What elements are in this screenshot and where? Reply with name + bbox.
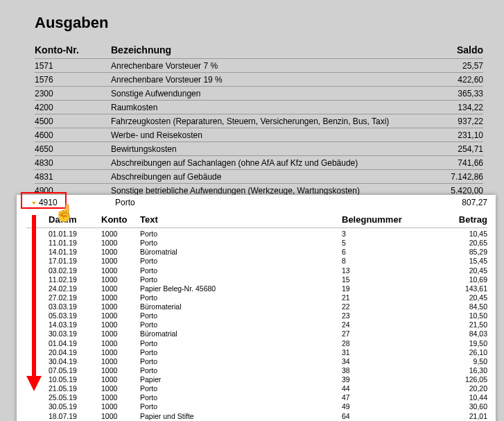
cell-datum: 18.07.19 (49, 412, 101, 421)
cell-konto: 4650 (35, 144, 111, 154)
detail-row[interactable]: 11.01.191000Porto520,65 (49, 239, 487, 248)
cell-betrag: 10,69 (439, 275, 487, 284)
cell-datum: 14.03.19 (49, 320, 101, 329)
detail-row[interactable]: 18.07.191000Papier und Stifte6421,01 (49, 412, 487, 421)
detail-row[interactable]: 20.04.191000Porto3126,10 (49, 348, 487, 357)
expand-toggle-icon[interactable]: ▼ (31, 200, 37, 206)
cell-konto: 1000 (101, 384, 140, 393)
cell-beleg: 19 (342, 284, 439, 293)
cell-konto: 1000 (101, 302, 140, 311)
detail-row[interactable]: 25.05.191000Porto4710,44 (49, 393, 487, 402)
cell-beleg: 3 (342, 230, 439, 239)
cell-betrag: 30,60 (439, 402, 487, 411)
expanded-account-row[interactable]: ☝️ ▼4910 Porto 807,27 (26, 195, 487, 212)
cell-konto: 1000 (101, 402, 140, 411)
table-row[interactable]: 2300Sonstige Aufwendungen365,33 (35, 86, 483, 100)
cell-betrag: 19,50 (439, 339, 487, 348)
cell-beleg: 22 (342, 302, 439, 311)
table-row[interactable]: 4650Bewirtungskosten254,71 (35, 141, 483, 155)
table-row[interactable]: 4500Fahrzeugkosten (Reparaturen, Steuern… (35, 114, 483, 128)
detail-row[interactable]: 14.03.191000Porto2421,50 (49, 320, 487, 329)
table-row[interactable]: 1571Anrechenbare Vorsteuer 7 %25,57 (35, 58, 483, 72)
cell-betrag: 143,61 (439, 284, 487, 293)
cell-betrag: 15,45 (439, 257, 487, 266)
header-saldo: Saldo (421, 44, 483, 55)
table-row[interactable]: 1576Anrechenbare Vorsteuer 19 %422,60 (35, 72, 483, 86)
table-row[interactable]: 4831Abschreibungen auf Gebäude7.142,86 (35, 169, 483, 183)
cell-beleg: 6 (342, 248, 439, 257)
cell-betrag: 9,50 (439, 357, 487, 366)
cell-konto: 1000 (101, 366, 140, 375)
cell-bez: Bewirtungskosten (111, 144, 421, 154)
table-row[interactable]: 4600Werbe- und Reisekosten231,10 (35, 128, 483, 141)
header-konto: Konto-Nr. (35, 44, 111, 55)
detail-row[interactable]: 01.04.191000Porto2819,50 (49, 339, 487, 348)
detail-row[interactable]: 03.02.191000Porto1320,45 (49, 266, 487, 275)
cell-bez: Werbe- und Reisekosten (111, 130, 421, 140)
expanded-account-panel: ☝️ ▼4910 Porto 807,27 Datum Konto Text B… (17, 195, 496, 421)
detail-row[interactable]: 07.05.191000Porto3816,30 (49, 366, 487, 375)
cell-beleg: 5 (342, 239, 439, 248)
cell-beleg: 8 (342, 257, 439, 266)
cell-beleg: 15 (342, 275, 439, 284)
cell-beleg: 31 (342, 348, 439, 357)
cell-text: Porto (140, 393, 342, 402)
detail-row[interactable]: 24.02.191000Papier Beleg-Nr. 4568019143,… (49, 284, 487, 293)
cell-konto: 1000 (101, 284, 140, 293)
detail-row[interactable]: 01.01.191000Porto310,45 (49, 230, 487, 239)
cell-beleg: 28 (342, 339, 439, 348)
cell-konto: 1000 (101, 348, 140, 357)
cell-saldo: 25,57 (421, 61, 483, 71)
cell-datum: 01.01.19 (49, 230, 101, 239)
cell-text: Büromaterial (140, 302, 342, 311)
cell-konto: 1000 (101, 375, 140, 384)
cell-saldo: 134,22 (421, 103, 483, 112)
expanded-account-name: Porto (115, 198, 425, 207)
cell-datum: 10.05.19 (49, 375, 101, 384)
detail-row[interactable]: 11.02.191000Porto1510,69 (49, 275, 487, 284)
detail-row[interactable]: 30.03.191000Büromatrial2784,03 (49, 329, 487, 338)
cell-datum: 30.03.19 (49, 329, 101, 338)
cell-datum: 21.05.19 (49, 384, 101, 393)
cell-saldo: 254,71 (421, 144, 483, 154)
detail-row[interactable]: 30.04.191000Porto349,50 (49, 357, 487, 366)
cell-text: Porto (140, 257, 342, 266)
detail-row[interactable]: 03.03.191000Büromaterial2284,50 (49, 302, 487, 311)
detail-row[interactable]: 14.01.191000Büromatrial685,29 (49, 248, 487, 257)
header-bez: Bezeichnung (111, 44, 421, 55)
cell-datum: 30.05.19 (49, 402, 101, 411)
cell-betrag: 21,50 (439, 320, 487, 329)
cell-beleg: 38 (342, 366, 439, 375)
table-row[interactable]: 4200Raumkosten134,22 (35, 100, 483, 114)
cell-beleg: 44 (342, 384, 439, 393)
cell-betrag: 26,10 (439, 348, 487, 357)
account-rows: 1571Anrechenbare Vorsteuer 7 %25,571576A… (35, 58, 483, 197)
cell-konto: 4600 (35, 130, 111, 140)
detail-row[interactable]: 05.03.191000Porto2310,50 (49, 311, 487, 320)
cell-konto: 1000 (101, 230, 140, 239)
cell-text: Porto (140, 402, 342, 411)
cell-konto: 4500 (35, 117, 111, 126)
cell-betrag: 84,03 (439, 329, 487, 338)
cell-konto: 1000 (101, 248, 140, 257)
cell-datum: 11.01.19 (49, 239, 101, 248)
cell-betrag: 84,50 (439, 302, 487, 311)
cell-datum: 07.05.19 (49, 366, 101, 375)
cell-text: Papier (140, 375, 342, 384)
cell-konto: 2300 (35, 89, 111, 98)
detail-row[interactable]: 17.01.191000Porto815,45 (49, 257, 487, 266)
cell-beleg: 34 (342, 357, 439, 366)
detail-row[interactable]: 21.05.191000Porto4420,20 (49, 384, 487, 393)
detail-row[interactable]: 10.05.191000Papier39126,05 (49, 375, 487, 384)
table-row[interactable]: 4830Abschreibungen auf Sachanlagen (ohne… (35, 155, 483, 169)
cell-datum: 24.02.19 (49, 284, 101, 293)
cell-text: Porto (140, 384, 342, 393)
detail-row[interactable]: 30.05.191000Porto4930,60 (49, 402, 487, 411)
detail-row[interactable]: 27.02.191000Porto2120,45 (49, 293, 487, 302)
cell-datum: 03.03.19 (49, 302, 101, 311)
cell-bez: Fahrzeugkosten (Reparaturen, Steuern, Ve… (111, 117, 421, 126)
cell-beleg: 21 (342, 293, 439, 302)
cell-text: Büromatrial (140, 329, 342, 338)
detail-header-betrag: Betrag (439, 214, 487, 225)
cell-beleg: 49 (342, 402, 439, 411)
